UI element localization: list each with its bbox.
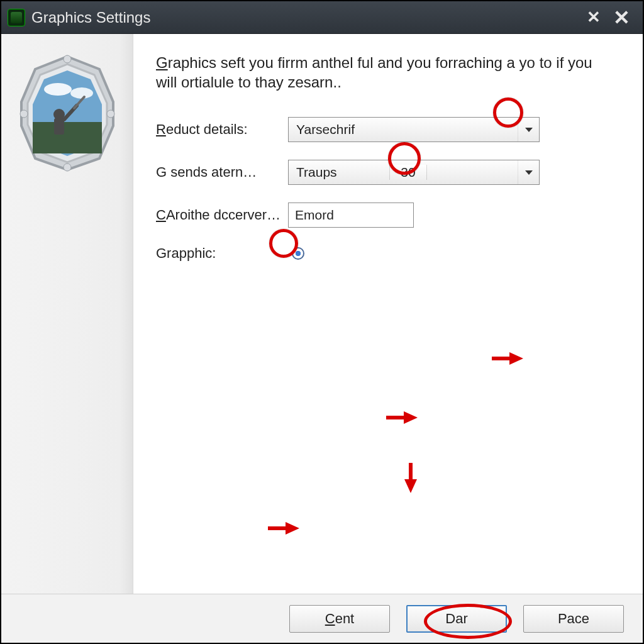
svg-rect-7 — [54, 118, 64, 135]
gsends-value: Traups — [289, 165, 389, 180]
annotation-arrow-right-3 — [286, 522, 299, 535]
svg-point-5 — [70, 87, 93, 99]
minimize-x-icon[interactable]: ✕ — [580, 8, 607, 27]
description-text: Graphics seft you firrm anthel ful and y… — [156, 53, 609, 92]
annotation-arrow-right-2 — [404, 411, 418, 424]
chevron-down-icon[interactable] — [518, 160, 539, 184]
cent-button[interactable]: Cent — [289, 605, 390, 633]
reduct-details-value: Yarsechrif — [289, 122, 518, 137]
graphics-badge-icon — [14, 53, 121, 172]
sidebar — [1, 34, 133, 594]
gsends-combo[interactable]: Traups 30 — [288, 160, 540, 185]
annotation-arrow-right-1 — [509, 352, 523, 365]
caroithe-value: Emord — [295, 208, 334, 223]
pace-label: Pace — [558, 611, 589, 627]
close-x-icon[interactable]: ✕ — [607, 6, 636, 30]
caroithe-label: CAroithe dccerver… — [156, 207, 288, 223]
grapphic-radio[interactable] — [292, 247, 304, 260]
button-bar: Cent Dar Pace — [1, 594, 643, 643]
titlebar: Graphics Settings ✕ ✕ — [1, 1, 643, 34]
svg-rect-3 — [33, 122, 102, 153]
content: Graphics seft you firrm anthel ful and y… — [133, 34, 643, 594]
reduct-details-combo[interactable]: Yarsechrif — [288, 117, 540, 142]
app-icon — [8, 9, 25, 26]
svg-point-10 — [64, 55, 71, 63]
window-title: Graphics Settings — [31, 9, 580, 26]
row-grapphic: Grapphic: — [156, 245, 620, 262]
row-reduct-details: Reduct details: Yarsechrif — [156, 117, 620, 142]
annotation-arrow-down-1 — [404, 479, 417, 493]
cent-rest: ent — [335, 611, 355, 627]
gsends-label: G sends atern… — [156, 164, 288, 180]
window: Graphics Settings ✕ ✕ — [0, 0, 644, 644]
svg-point-12 — [20, 110, 28, 118]
chevron-down-icon[interactable] — [518, 118, 539, 142]
dar-label: Dar — [445, 611, 467, 627]
description-rest: raphics seft you firrm anthel ful and yo… — [156, 54, 592, 91]
pace-button[interactable]: Pace — [523, 605, 624, 633]
caroithe-textbox[interactable]: Emord — [288, 203, 414, 228]
reduct-details-label: Reduct details: — [156, 121, 288, 138]
gsends-number: 30 — [389, 165, 427, 180]
svg-point-4 — [44, 83, 72, 96]
dar-button[interactable]: Dar — [406, 605, 507, 633]
grapphic-label: Grapphic: — [156, 245, 288, 262]
row-gsends: G sends atern… Traups 30 — [156, 160, 620, 185]
svg-point-11 — [107, 110, 114, 118]
client-area: Graphics seft you firrm anthel ful and y… — [1, 34, 643, 594]
svg-point-13 — [64, 164, 71, 171]
row-caroithe: CAroithe dccerver… Emord — [156, 203, 620, 228]
